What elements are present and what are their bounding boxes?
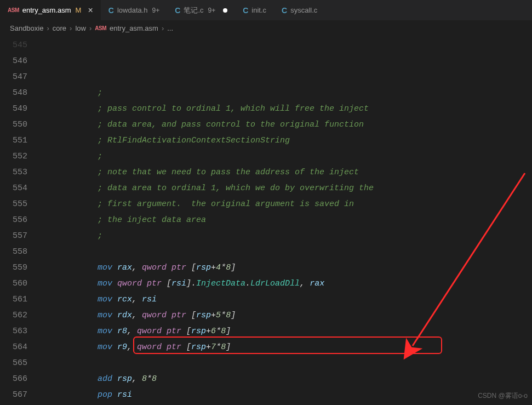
comment: ; <box>98 231 102 241</box>
code-line[interactable] <box>37 244 532 260</box>
line-number: 556 <box>0 212 27 228</box>
line-number: 546 <box>0 53 27 69</box>
line-number: 552 <box>0 149 27 164</box>
tab-syscall-c[interactable]: Csyscall.c <box>274 0 325 20</box>
code-line[interactable]: ; data area to ordinal 1, which we do by… <box>37 180 532 196</box>
comment: ; pass control to ordinal 1, which will … <box>98 104 369 113</box>
asm-file-icon: ASM <box>8 7 19 13</box>
line-number: 560 <box>0 276 27 292</box>
code-editor[interactable]: 5455465475485495505515525535545555565575… <box>0 35 532 405</box>
tab-笔记-c[interactable]: C笔记.c9+ <box>167 0 235 20</box>
code-line[interactable]: ; pass control to ordinal 1, which will … <box>37 101 532 117</box>
line-number: 550 <box>0 117 27 133</box>
c-file-icon: C <box>282 6 287 15</box>
code-line[interactable]: pop rsi <box>37 387 532 403</box>
tab-entry_asm-asm[interactable]: ASMentry_asm.asmM× <box>0 0 101 20</box>
comment: ; <box>98 88 102 98</box>
line-number: 557 <box>0 228 27 244</box>
tab-badge: 9+ <box>208 7 216 14</box>
breadcrumb-segment[interactable]: core <box>53 24 66 32</box>
comment: ; <box>98 152 102 161</box>
breadcrumb-segment[interactable]: Sandboxie <box>10 24 43 32</box>
dirty-indicator <box>223 8 227 13</box>
comment: ; data area to ordinal 1, which we do by… <box>98 184 374 193</box>
comment: ; first argument. the original argument … <box>98 199 354 209</box>
code-line[interactable]: ; <box>37 228 532 244</box>
line-number: 559 <box>0 260 27 276</box>
breadcrumb-segment[interactable]: low <box>75 24 86 32</box>
tab-label: lowdata.h <box>117 6 148 14</box>
code-line[interactable] <box>37 355 532 371</box>
code-line[interactable]: mov qword ptr [rsi].InjectData.LdrLoadDl… <box>37 276 532 292</box>
line-number: 564 <box>0 339 27 355</box>
modified-indicator: M <box>76 6 82 14</box>
line-number-gutter: 5455465475485495505515525535545555565575… <box>0 35 37 405</box>
line-number: 566 <box>0 371 27 387</box>
c-file-icon: C <box>108 6 114 15</box>
line-number: 558 <box>0 244 27 260</box>
tab-label: init.c <box>251 6 266 14</box>
asm-file-icon: ASM <box>95 25 106 31</box>
comment: ; RtlFindActivationContextSectionString <box>98 136 290 145</box>
line-number: 561 <box>0 292 27 307</box>
tab-badge: 9+ <box>152 7 160 14</box>
breadcrumb[interactable]: Sandboxie›core›low›ASMentry_asm.asm›... <box>0 21 532 35</box>
code-line[interactable]: ; the inject data area <box>37 212 532 228</box>
chevron-right-icon: › <box>70 24 72 32</box>
code-line[interactable]: add rsp, 8*8 <box>37 371 532 387</box>
c-file-icon: C <box>243 6 248 15</box>
comment: ; the inject data area <box>98 215 206 225</box>
line-number: 548 <box>0 85 27 101</box>
tab-label: syscall.c <box>290 6 317 14</box>
breadcrumb-segment[interactable]: entry_asm.asm <box>110 24 158 32</box>
close-icon[interactable]: × <box>88 6 93 15</box>
code-line[interactable]: mov r9, qword ptr [rsp+7*8] <box>37 339 532 355</box>
code-line[interactable]: ; <box>37 149 532 164</box>
chevron-right-icon: › <box>89 24 91 32</box>
chevron-right-icon: › <box>162 24 164 32</box>
code-line[interactable]: mov rdx, qword ptr [rsp+5*8] <box>37 307 532 323</box>
line-number: 551 <box>0 133 27 149</box>
line-number: 562 <box>0 307 27 323</box>
line-number: 554 <box>0 180 27 196</box>
line-number: 565 <box>0 355 27 371</box>
line-number: 545 <box>0 37 27 53</box>
tab-init-c[interactable]: Cinit.c <box>235 0 274 20</box>
line-number: 553 <box>0 164 27 180</box>
line-number: 549 <box>0 101 27 117</box>
c-file-icon: C <box>175 6 180 15</box>
line-number: 555 <box>0 196 27 212</box>
line-number: 563 <box>0 323 27 339</box>
code-line[interactable]: ; data area, and pass control to the ori… <box>37 117 532 133</box>
chevron-right-icon: › <box>47 24 49 32</box>
code-line[interactable]: ; <box>37 85 532 101</box>
code-line[interactable]: ; RtlFindActivationContextSectionString <box>37 133 532 149</box>
tab-label: 笔记.c <box>184 5 203 15</box>
comment: ; data area, and pass control to the ori… <box>98 120 364 129</box>
tab-lowdata-h[interactable]: Clowdata.h9+ <box>101 0 167 20</box>
code-area[interactable]: ;; pass control to ordinal 1, which will… <box>37 35 532 405</box>
watermark: CSDN @雾语o-o <box>478 391 528 401</box>
breadcrumb-segment[interactable]: ... <box>167 24 173 32</box>
code-line[interactable]: ; note that we need to pass the address … <box>37 164 532 180</box>
code-line[interactable]: jmp qword ptr [rcx].InjectData.SbieDllOr… <box>37 403 532 405</box>
comment: ; note that we need to pass the address … <box>98 168 359 177</box>
code-line[interactable]: mov r8, qword ptr [rsp+6*8] <box>37 323 532 339</box>
code-line[interactable]: mov rcx, rsi <box>37 292 532 307</box>
line-number: 547 <box>0 69 27 85</box>
line-number: 567 <box>0 387 27 403</box>
editor-tabs: ASMentry_asm.asmM×Clowdata.h9+C笔记.c9+Cin… <box>0 0 532 21</box>
code-line[interactable]: mov rax, qword ptr [rsp+4*8] <box>37 260 532 276</box>
code-line[interactable]: ; first argument. the original argument … <box>37 196 532 212</box>
tab-label: entry_asm.asm <box>22 6 71 14</box>
